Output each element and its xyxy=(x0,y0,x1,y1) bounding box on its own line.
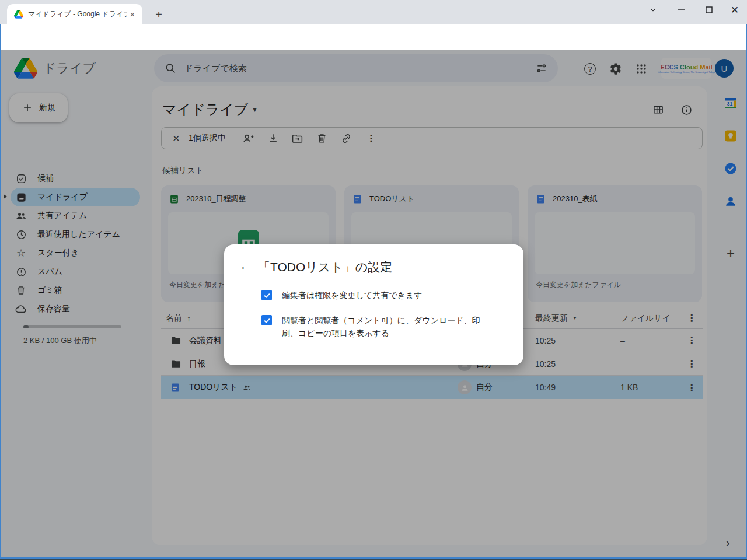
option-viewers-can-download[interactable]: 閲覧者と閲覧者（コメント可）に、ダウンロード、印刷、コピーの項目を表示する xyxy=(261,314,495,340)
window-close-button[interactable]: ✕ xyxy=(726,2,743,18)
checkbox-checked[interactable] xyxy=(261,315,272,326)
option-label: 編集者は権限を変更して共有できます xyxy=(282,289,423,302)
window-border-left xyxy=(0,24,1,560)
back-arrow-icon[interactable]: ← xyxy=(237,257,254,275)
browser-tab[interactable]: マイドライブ - Google ドライブ × xyxy=(7,4,142,24)
new-tab-button[interactable]: + xyxy=(151,7,167,23)
browser-toolbar: drive.google.com/drive/my-drive ☆ U ⋮ xyxy=(0,24,747,50)
tab-title: マイドライブ - Google ドライブ xyxy=(28,9,127,19)
window-maximize-button[interactable] xyxy=(700,2,718,18)
option-label: 閲覧者と閲覧者（コメント可）に、ダウンロード、印刷、コピーの項目を表示する xyxy=(282,314,492,340)
browser-tab-bar: マイドライブ - Google ドライブ × + ✕ xyxy=(0,0,747,24)
drive-favicon xyxy=(14,10,23,19)
settings-dialog: ← 「TODOリスト」の設定 編集者は権限を変更して共有できます 閲覧者と閲覧者… xyxy=(224,244,523,365)
checkbox-checked[interactable] xyxy=(261,290,272,300)
window-chevron-icon[interactable] xyxy=(644,2,662,18)
tab-close-icon[interactable]: × xyxy=(127,9,138,20)
option-editors-can-share[interactable]: 編集者は権限を変更して共有できます xyxy=(261,289,495,302)
drive-app: ドライブ ドライブで検索 ? ECCS Cloud Mail Informati… xyxy=(0,50,747,556)
window-minimize-button[interactable] xyxy=(672,2,690,18)
dialog-title: 「TODOリスト」の設定 xyxy=(258,259,392,275)
